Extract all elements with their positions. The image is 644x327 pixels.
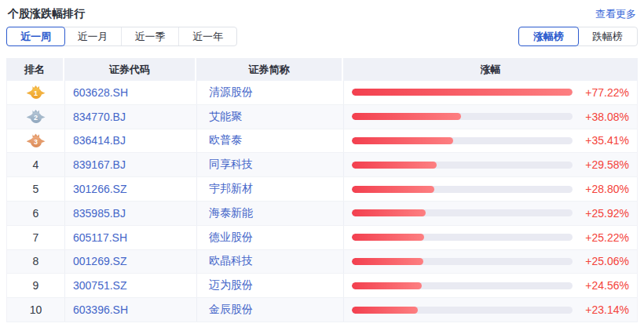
ranking-table: 排名 证券代码 证券简称 涨幅 1603628.SH清源股份+77.22%283… — [6, 58, 638, 322]
change-cell: +77.22% — [344, 81, 637, 104]
change-value: +28.80% — [579, 183, 629, 195]
change-bar-fill — [352, 89, 573, 96]
table-row[interactable]: 1603628.SH清源股份+77.22% — [7, 81, 637, 105]
stock-code-link[interactable]: 835985.BJ — [65, 202, 197, 225]
change-bar-fill — [352, 234, 424, 241]
change-bar-track — [352, 234, 573, 241]
medal-wing-right — [39, 114, 46, 120]
change-value: +29.58% — [579, 158, 629, 171]
period-tab-1[interactable]: 近一周 — [6, 27, 65, 46]
change-bar-fill — [352, 209, 426, 216]
change-cell: +38.08% — [344, 105, 637, 129]
stock-name-link[interactable]: 清源股份 — [197, 81, 344, 104]
rank-cell: 5 — [7, 177, 65, 201]
stock-code-link[interactable]: 834770.BJ — [65, 105, 197, 129]
stock-name-link[interactable]: 迈为股份 — [197, 274, 344, 297]
column-header-change: 涨幅 — [343, 58, 638, 81]
stock-name-link[interactable]: 宇邦新材 — [197, 177, 344, 201]
change-bar-fill — [352, 186, 434, 193]
board-tab-1[interactable]: 涨幅榜 — [518, 27, 579, 46]
table-row[interactable]: 9300751.SZ迈为股份+24.56% — [7, 274, 637, 298]
change-cell: +25.92% — [344, 202, 637, 225]
stock-name-link[interactable]: 金辰股份 — [197, 298, 344, 322]
gold-medal-icon: 1 — [26, 85, 46, 100]
change-value: +25.92% — [579, 207, 629, 220]
rank-cell: 7 — [7, 226, 65, 249]
panel-header: 个股涨跌幅排行 查看更多 — [0, 0, 644, 20]
stock-code-link[interactable]: 300751.SZ — [65, 274, 197, 297]
stock-code-link[interactable]: 603628.SH — [65, 81, 197, 104]
change-value: +35.41% — [579, 134, 629, 147]
controls-row: 近一周近一月近一季近一年 涨幅榜跌幅榜 — [6, 27, 638, 46]
medal-wing-right — [39, 90, 46, 96]
change-cell: +23.14% — [344, 298, 637, 322]
stock-code-link[interactable]: 001269.SZ — [65, 250, 197, 274]
rank-cell: 10 — [7, 298, 65, 322]
change-cell: +25.06% — [344, 250, 637, 274]
board-tab-group: 涨幅榜跌幅榜 — [518, 27, 638, 46]
change-bar-fill — [352, 113, 461, 120]
rank-cell: 8 — [7, 250, 65, 274]
change-value: +23.14% — [579, 303, 629, 316]
column-header-name: 证券简称 — [196, 58, 343, 81]
table-header: 排名 证券代码 证券简称 涨幅 — [6, 58, 638, 81]
change-cell: +24.56% — [344, 274, 637, 297]
stock-name-link[interactable]: 德业股份 — [197, 226, 344, 249]
stock-code-link[interactable]: 605117.SH — [65, 226, 197, 249]
view-more-link[interactable]: 查看更多 — [595, 7, 636, 21]
period-tab-group: 近一周近一月近一季近一年 — [6, 27, 237, 46]
change-value: +77.22% — [579, 86, 629, 99]
stock-name-link[interactable]: 欧晶科技 — [197, 250, 344, 274]
stock-name-link[interactable]: 同享科技 — [197, 153, 344, 176]
change-bar-track — [352, 307, 573, 314]
stock-code-link[interactable]: 836414.BJ — [65, 129, 197, 153]
change-value: +25.06% — [579, 255, 629, 267]
column-header-rank: 排名 — [6, 58, 64, 81]
change-bar-track — [352, 258, 573, 265]
change-bar-track — [352, 209, 573, 216]
table-body: 1603628.SH清源股份+77.22%2834770.BJ艾能聚+38.08… — [6, 81, 638, 322]
silver-medal-icon: 2 — [26, 110, 46, 124]
table-row[interactable]: 4839167.BJ同享科技+29.58% — [7, 153, 637, 177]
stock-code-link[interactable]: 301266.SZ — [65, 177, 197, 201]
stock-name-link[interactable]: 艾能聚 — [197, 105, 344, 129]
change-value: +25.22% — [579, 231, 629, 244]
table-row[interactable]: 8001269.SZ欧晶科技+25.06% — [7, 250, 637, 274]
period-tab-2[interactable]: 近一月 — [64, 27, 122, 45]
table-row[interactable]: 7605117.SH德业股份+25.22% — [7, 226, 637, 250]
rank-cell: 6 — [7, 202, 65, 225]
board-tab-2[interactable]: 跌幅榜 — [578, 27, 637, 45]
column-header-code: 证券代码 — [64, 58, 196, 81]
page-title: 个股涨跌幅排行 — [8, 7, 85, 21]
change-value: +38.08% — [579, 111, 629, 123]
change-bar-fill — [352, 162, 437, 169]
stock-code-link[interactable]: 839167.BJ — [65, 153, 197, 176]
stock-name-link[interactable]: 欧普泰 — [197, 129, 344, 153]
change-value: +24.56% — [579, 279, 629, 292]
rank-cell: 1 — [7, 81, 65, 104]
period-tab-3[interactable]: 近一季 — [122, 27, 179, 45]
change-bar-fill — [352, 282, 422, 289]
medal-wing-right — [39, 138, 46, 144]
rank-cell: 2 — [7, 105, 65, 129]
bronze-medal-icon: 3 — [26, 133, 46, 147]
change-bar-fill — [352, 137, 453, 144]
stock-code-link[interactable]: 603396.SH — [65, 298, 197, 322]
change-cell: +29.58% — [344, 153, 637, 176]
table-row[interactable]: 5301266.SZ宇邦新材+28.80% — [7, 177, 637, 202]
change-cell: +25.22% — [344, 226, 637, 249]
rank-cell: 9 — [7, 274, 65, 297]
change-bar-track — [352, 137, 573, 144]
rank-cell: 4 — [7, 153, 65, 176]
table-row[interactable]: 10603396.SH金辰股份+23.14% — [7, 298, 637, 322]
table-row[interactable]: 6835985.BJ海泰新能+25.92% — [7, 202, 637, 226]
period-tab-4[interactable]: 近一年 — [179, 27, 236, 45]
change-bar-track — [352, 162, 573, 169]
change-cell: +28.80% — [344, 177, 637, 201]
stock-name-link[interactable]: 海泰新能 — [197, 202, 344, 225]
change-bar-fill — [352, 258, 423, 265]
rank-cell: 3 — [7, 129, 65, 153]
table-row[interactable]: 2834770.BJ艾能聚+38.08% — [7, 105, 637, 129]
change-bar-track — [352, 186, 573, 193]
table-row[interactable]: 3836414.BJ欧普泰+35.41% — [7, 129, 637, 154]
